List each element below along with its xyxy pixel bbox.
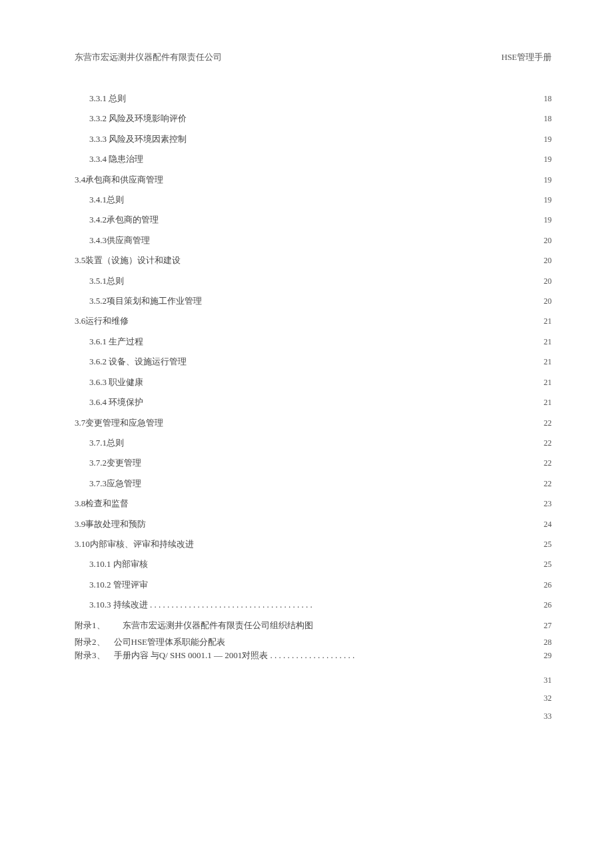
toc-page-number: 19 [544, 191, 552, 210]
toc-page-number: 21 [544, 352, 552, 372]
toc-entry: 3.4承包商和供应商管理19 [75, 170, 552, 190]
toc-label: 3.7.1总则 [89, 433, 124, 452]
toc-label: 3.5.1总则 [89, 271, 124, 290]
toc-entry: 3.7变更管理和应急管理22 [75, 413, 552, 433]
toc-page-number: 20 [544, 292, 552, 311]
toc-entry: 附录3、 手册内容 与Q/ SHS 0001.1 — 2001对照表 . . .… [75, 649, 552, 662]
toc-page-number: 20 [544, 251, 552, 270]
toc-page-number: 22 [544, 454, 552, 473]
toc-page-number: 29 [544, 650, 552, 662]
toc-page-number: 21 [544, 393, 552, 412]
toc-label: 附录2、 公司HSE管理体系职能分配表 [75, 636, 225, 648]
toc-label: 3.5.2项目策划和施工作业管理 [89, 291, 202, 310]
toc-entry: 附录1、 东营市宏远测井仪器配件有限责任公司组织结构图27 [75, 616, 552, 636]
trailing-page-number: 32 [75, 689, 552, 707]
toc-entry: 3.3.2 风险及环境影响评价18 [75, 109, 552, 129]
toc-page-number: 28 [544, 636, 552, 649]
toc-label: 附录3、 手册内容 与Q/ SHS 0001.1 — 2001对照表 . . .… [75, 649, 354, 661]
toc-entry: 3.7.1总则22 [75, 433, 552, 453]
toc-label: 3.8检查和监督 [75, 494, 129, 513]
toc-page-number: 24 [544, 515, 552, 534]
toc-page-number: 20 [544, 272, 552, 291]
header-left: 东营市宏远测井仪器配件有限责任公司 [75, 52, 222, 63]
toc-entry: 3.10内部审核、评审和持续改进25 [75, 534, 552, 554]
toc-label: 3.3.4 隐患治理 [89, 149, 143, 169]
toc-page-number: 25 [544, 535, 552, 554]
toc-entry: 3.4.2承包商的管理19 [75, 210, 552, 230]
toc-label: 3.3.2 风险及环境影响评价 [89, 109, 187, 128]
toc-label: 3.3.1 总则 [89, 89, 126, 108]
toc-label: 3.10.1 内部审核 [89, 554, 148, 574]
toc-page-number: 21 [544, 373, 552, 392]
toc-page-number: 19 [544, 150, 552, 169]
toc-entry: 3.6运行和维修21 [75, 311, 552, 331]
toc-label: 3.6.4 环境保护 [89, 392, 143, 412]
toc-entry: 3.4.3供应商管理20 [75, 230, 552, 250]
toc-entry: 3.10.3 持续改进 . . . . . . . . . . . . . . … [75, 595, 552, 615]
toc-entry: 附录2、 公司HSE管理体系职能分配表28 [75, 636, 552, 649]
toc-page-number: 26 [544, 576, 552, 595]
trailing-page-number: 31 [75, 671, 552, 689]
toc-entry: 3.6.4 环境保护21 [75, 392, 552, 412]
toc-label: 3.7.3应急管理 [89, 474, 141, 493]
toc-page-number: 25 [544, 555, 552, 574]
toc-entry: 3.3.1 总则18 [75, 89, 552, 109]
toc-page-number: 19 [544, 130, 552, 149]
toc-label: 3.3.3 风险及环境因素控制 [89, 129, 187, 149]
document-page: 东营市宏远测井仪器配件有限责任公司 HSE管理手册 3.3.1 总则183.3.… [0, 0, 613, 725]
toc-label: 3.5装置（设施）设计和建设 [75, 250, 181, 270]
toc-label: 3.4.3供应商管理 [89, 230, 150, 250]
toc-label: 3.10内部审核、评审和持续改进 [75, 534, 194, 554]
toc-entry: 3.10.2 管理评审26 [75, 575, 552, 595]
toc-page-number: 21 [544, 332, 552, 352]
toc-label: 3.6.2 设备、设施运行管理 [89, 352, 187, 371]
toc-page-number: 19 [544, 171, 552, 190]
page-header: 东营市宏远测井仪器配件有限责任公司 HSE管理手册 [75, 52, 552, 63]
toc-page-number: 18 [544, 109, 552, 129]
toc-entry: 3.4.1总则19 [75, 190, 552, 210]
trailing-page-numbers: 313233 [75, 671, 552, 725]
toc-label: 附录1、 东营市宏远测井仪器配件有限责任公司组织结构图 [75, 616, 313, 635]
toc-entry: 3.8检查和监督23 [75, 494, 552, 514]
toc-entry: 3.5.1总则20 [75, 271, 552, 291]
toc-entry: 3.10.1 内部审核25 [75, 554, 552, 574]
toc-label: 3.4.2承包商的管理 [89, 210, 159, 229]
toc-label: 3.6.1 生产过程 [89, 332, 143, 351]
toc-entry: 3.7.3应急管理22 [75, 474, 552, 494]
toc-entry: 3.6.2 设备、设施运行管理21 [75, 352, 552, 372]
header-right: HSE管理手册 [501, 52, 552, 63]
table-of-contents: 3.3.1 总则183.3.2 风险及环境影响评价183.3.3 风险及环境因素… [75, 89, 552, 662]
toc-page-number: 19 [544, 211, 552, 230]
toc-page-number: 26 [544, 596, 552, 615]
toc-label: 3.6.3 职业健康 [89, 372, 143, 392]
toc-label: 3.7.2变更管理 [89, 453, 141, 472]
toc-entry: 3.6.1 生产过程21 [75, 332, 552, 352]
toc-label: 3.10.3 持续改进 . . . . . . . . . . . . . . … [89, 595, 312, 614]
toc-label: 3.4承包商和供应商管理 [75, 170, 163, 189]
toc-entry: 3.5.2项目策划和施工作业管理20 [75, 291, 552, 311]
toc-label: 3.7变更管理和应急管理 [75, 413, 163, 432]
toc-page-number: 22 [544, 434, 552, 453]
toc-label: 3.10.2 管理评审 [89, 575, 148, 594]
toc-entry: 3.3.4 隐患治理19 [75, 149, 552, 169]
toc-page-number: 21 [544, 312, 552, 331]
toc-page-number: 22 [544, 474, 552, 494]
toc-label: 3.6运行和维修 [75, 311, 129, 330]
toc-label: 3.9事故处理和预防 [75, 514, 146, 534]
toc-entry: 3.3.3 风险及环境因素控制19 [75, 129, 552, 149]
toc-page-number: 20 [544, 231, 552, 250]
toc-page-number: 22 [544, 414, 552, 433]
toc-entry: 3.9事故处理和预防24 [75, 514, 552, 534]
toc-entry: 3.6.3 职业健康21 [75, 372, 552, 392]
trailing-page-number: 33 [75, 707, 552, 725]
toc-page-number: 18 [544, 89, 552, 109]
toc-entry: 3.7.2变更管理22 [75, 453, 552, 473]
toc-label: 3.4.1总则 [89, 190, 124, 209]
toc-entry: 3.5装置（设施）设计和建设20 [75, 250, 552, 270]
toc-page-number: 23 [544, 494, 552, 514]
toc-page-number: 27 [544, 616, 552, 636]
